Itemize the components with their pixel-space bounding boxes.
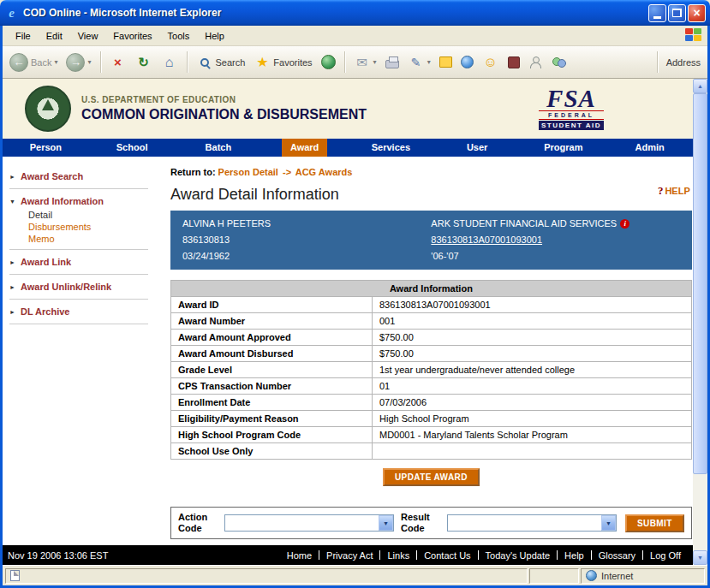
window-body: File Edit View Favorites Tools Help ← Ba… (0, 26, 710, 588)
print-button[interactable] (382, 55, 403, 70)
footer-link-contact-us[interactable]: Contact Us (424, 550, 470, 561)
stop-button[interactable]: × (106, 52, 130, 73)
history-button[interactable] (318, 53, 339, 71)
tab-award[interactable]: Award (261, 139, 348, 157)
agency-name: U.S. DEPARTMENT OF EDUCATION (81, 95, 367, 104)
back-caret-icon[interactable]: ▾ (54, 58, 57, 66)
scroll-up-button[interactable]: ▲ (693, 79, 707, 93)
tab-services[interactable]: Services (348, 139, 434, 157)
action-result-form: Action Code ▼ Result Code ▼ S (170, 507, 692, 539)
minimize-button[interactable] (648, 4, 666, 22)
search-button[interactable]: Search (193, 52, 249, 73)
sidebar-divider (9, 324, 148, 324)
award-information-table: Award Information Award ID836130813A0700… (170, 280, 692, 460)
footer-link-log-off[interactable]: Log Off (650, 550, 681, 561)
info-icon[interactable]: i (620, 219, 629, 229)
mail-button[interactable]: ✉ ▾ (350, 52, 380, 73)
sidebar-item-dl-archive[interactable]: ► DL Archive (3, 304, 158, 319)
breadcrumb-acg-awards-link[interactable]: ACG Awards (295, 167, 353, 177)
person-dob: 03/24/1962 (182, 248, 431, 264)
table-row: Award Number001 (171, 313, 692, 330)
home-button[interactable]: ⌂ (158, 52, 182, 73)
address-bar-toggle[interactable]: Address (653, 51, 704, 73)
close-button[interactable]: × (688, 4, 706, 22)
profile-button[interactable] (525, 54, 546, 71)
menu-edit[interactable]: Edit (39, 28, 70, 44)
ie-logo-icon: e (4, 6, 19, 21)
tab-admin[interactable]: Admin (606, 139, 693, 157)
scroll-down-button[interactable]: ▼ (693, 550, 707, 565)
breadcrumb-separator: -> (281, 167, 293, 177)
help-link[interactable]: ? HELP (658, 184, 690, 198)
sidebar-item-detail[interactable]: Detail (3, 209, 158, 221)
award-id-link[interactable]: 836130813A07001093001 (431, 232, 542, 248)
dropdown-arrow-icon[interactable]: ▼ (379, 515, 393, 531)
back-button[interactable]: ← Back ▾ (6, 51, 61, 74)
address-label: Address (666, 57, 701, 68)
primary-nav: Person School Batch Award Services User … (3, 139, 693, 157)
title-bar[interactable]: e COD Online - Microsoft Internet Explor… (0, 0, 710, 26)
dropdown-arrow-icon[interactable]: ▼ (601, 515, 616, 531)
tab-batch[interactable]: Batch (176, 139, 262, 157)
sidebar-item-award-link[interactable]: ► Award Link (3, 254, 158, 270)
row-value: $750.00 (373, 330, 692, 346)
sidebar-item-disbursements[interactable]: Disbursements (3, 221, 158, 233)
footer-link-todays-update[interactable]: Today's Update (486, 550, 550, 561)
sidebar-item-memo[interactable]: Memo (3, 233, 158, 245)
vertical-scrollbar[interactable]: ▲ ▼ (693, 79, 707, 565)
menu-tools[interactable]: Tools (160, 28, 198, 44)
people-icon (551, 56, 567, 69)
menu-bar: File Edit View Favorites Tools Help (3, 26, 707, 46)
refresh-button[interactable]: ↻ (132, 52, 156, 73)
messenger-button[interactable] (457, 54, 477, 70)
action-code-select[interactable]: ▼ (224, 514, 394, 532)
menu-help[interactable]: Help (197, 28, 232, 44)
menu-view[interactable]: View (70, 28, 106, 44)
back-label: Back (31, 57, 51, 68)
footer-link-help[interactable]: Help (564, 550, 584, 561)
favorites-button[interactable]: ★ Favorites (250, 52, 315, 73)
research-button[interactable] (504, 55, 523, 70)
sidebar-item-award-information[interactable]: ▼ Award Information (3, 193, 158, 209)
forward-button[interactable]: → ▾ (63, 51, 94, 74)
table-row: Enrollment Date07/03/2006 (171, 395, 692, 411)
edit-caret-icon[interactable]: ▾ (427, 58, 431, 66)
sidebar-item-award-unlink-relink[interactable]: ► Award Unlink/Relink (3, 279, 158, 294)
tab-school[interactable]: School (89, 139, 176, 157)
discuss-button[interactable] (436, 55, 456, 69)
minimize-icon (653, 16, 661, 19)
breadcrumb-person-detail-link[interactable]: Person Detail (218, 167, 278, 177)
restore-button[interactable] (668, 4, 686, 22)
help-label: HELP (665, 186, 689, 196)
status-zone-panel: Internet (581, 568, 705, 584)
browser-viewport: U.S. DEPARTMENT OF EDUCATION COMMON ORIG… (3, 79, 707, 565)
menu-file[interactable]: File (8, 28, 39, 44)
tab-user[interactable]: User (434, 139, 521, 157)
footer-link-home[interactable]: Home (287, 550, 312, 561)
return-to-label: Return to: (170, 167, 216, 177)
sidebar-item-award-search[interactable]: ► Award Search (3, 169, 158, 184)
result-code-select[interactable]: ▼ (447, 514, 617, 532)
menu-favorites[interactable]: Favorites (105, 28, 159, 44)
mail-caret-icon[interactable]: ▾ (373, 58, 377, 66)
scrollbar-thumb[interactable] (693, 93, 707, 474)
footer-link-links[interactable]: Links (387, 550, 409, 561)
update-award-button[interactable]: UPDATE AWARD (383, 468, 480, 486)
page-status-icon (10, 570, 20, 581)
row-label: Eligibility/Payment Reason (171, 411, 373, 427)
footer-link-privacy-act[interactable]: Privacy Act (326, 550, 373, 561)
main-panel: Return to: Person Detail -> ACG Awards A… (158, 157, 710, 545)
forward-caret-icon[interactable]: ▾ (87, 58, 91, 66)
tab-person[interactable]: Person (3, 139, 89, 157)
dept-of-education-seal-icon (25, 86, 71, 132)
back-icon: ← (9, 53, 28, 72)
internet-zone-globe-icon (586, 570, 597, 581)
footer-link-glossary[interactable]: Glossary (599, 550, 635, 561)
tab-program[interactable]: Program (521, 139, 607, 157)
people-button[interactable] (547, 54, 570, 71)
page-title: Award Detail Information (170, 186, 692, 204)
scrollbar-track[interactable] (693, 93, 707, 550)
submit-button[interactable]: SUBMIT (625, 514, 684, 532)
edit-button[interactable]: ✎ ▾ (404, 52, 434, 73)
smiley-button[interactable]: ☺ (479, 52, 503, 73)
